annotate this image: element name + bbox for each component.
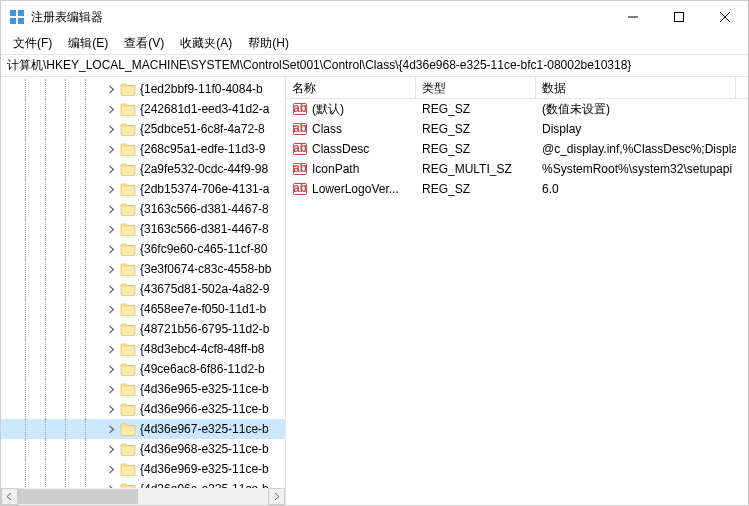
folder-icon: [120, 302, 136, 316]
tree-item-label: {4d36e967-e325-11ce-b: [140, 422, 269, 436]
value-name: (默认): [312, 101, 344, 118]
column-header-name[interactable]: 名称: [286, 77, 416, 98]
tree-item[interactable]: {48d3ebc4-4cf8-48ff-b8: [1, 339, 285, 359]
chevron-right-icon[interactable]: [104, 342, 118, 356]
chevron-right-icon[interactable]: [104, 462, 118, 476]
tree-item-label: {1ed2bbf9-11f0-4084-b: [140, 82, 263, 96]
chevron-right-icon[interactable]: [104, 382, 118, 396]
tree-item[interactable]: {4d36e969-e325-11ce-b: [1, 459, 285, 479]
folder-icon: [120, 442, 136, 456]
svg-rect-2: [10, 18, 16, 24]
folder-icon: [120, 242, 136, 256]
tree-item[interactable]: {48721b56-6795-11d2-b: [1, 319, 285, 339]
chevron-right-icon[interactable]: [104, 162, 118, 176]
chevron-right-icon[interactable]: [104, 422, 118, 436]
tree-item[interactable]: {3e3f0674-c83c-4558-bb: [1, 259, 285, 279]
folder-icon: [120, 462, 136, 476]
menu-favorites[interactable]: 收藏夹(A): [172, 33, 240, 54]
value-row[interactable]: abLowerLogoVer...REG_SZ6.0: [286, 179, 748, 199]
chevron-right-icon[interactable]: [104, 222, 118, 236]
tree-item[interactable]: {36fc9e60-c465-11cf-80: [1, 239, 285, 259]
tree-item[interactable]: {2db15374-706e-4131-a: [1, 179, 285, 199]
svg-rect-1: [18, 10, 24, 16]
tree-item[interactable]: {3163c566-d381-4467-8: [1, 219, 285, 239]
chevron-right-icon[interactable]: [104, 122, 118, 136]
chevron-right-icon[interactable]: [104, 102, 118, 116]
scroll-right-button[interactable]: [268, 488, 285, 505]
value-row[interactable]: ab(默认)REG_SZ(数值未设置): [286, 99, 748, 119]
tree-item-label: {4d36e966-e325-11ce-b: [140, 402, 269, 416]
folder-icon: [120, 322, 136, 336]
chevron-right-icon[interactable]: [104, 442, 118, 456]
chevron-right-icon[interactable]: [104, 242, 118, 256]
address-bar[interactable]: 计算机\HKEY_LOCAL_MACHINE\SYSTEM\ControlSet…: [1, 55, 748, 77]
value-row[interactable]: abClassREG_SZDisplay: [286, 119, 748, 139]
value-name-cell: abIconPath: [286, 161, 416, 177]
chevron-right-icon[interactable]: [104, 362, 118, 376]
value-data: %SystemRoot%\system32\setupapi: [536, 162, 736, 176]
string-value-icon: ab: [292, 161, 308, 177]
chevron-right-icon[interactable]: [104, 302, 118, 316]
chevron-right-icon[interactable]: [104, 182, 118, 196]
tree-item-label: {4658ee7e-f050-11d1-b: [140, 302, 266, 316]
registry-tree[interactable]: {1ed2bbf9-11f0-4084-b{242681d1-eed3-41d2…: [1, 77, 285, 488]
chevron-right-icon[interactable]: [104, 322, 118, 336]
tree-item[interactable]: {2a9fe532-0cdc-44f9-98: [1, 159, 285, 179]
chevron-right-icon[interactable]: [104, 262, 118, 276]
value-row[interactable]: abClassDescREG_SZ@c_display.inf,%ClassDe…: [286, 139, 748, 159]
folder-icon: [120, 102, 136, 116]
menu-help[interactable]: 帮助(H): [240, 33, 297, 54]
title-bar: 注册表编辑器: [1, 1, 748, 33]
value-name: Class: [312, 122, 342, 136]
scroll-thumb[interactable]: [18, 489, 138, 504]
value-row[interactable]: abIconPathREG_MULTI_SZ%SystemRoot%\syste…: [286, 159, 748, 179]
tree-item[interactable]: {4d36e968-e325-11ce-b: [1, 439, 285, 459]
tree-item[interactable]: {242681d1-eed3-41d2-a: [1, 99, 285, 119]
folder-icon: [120, 122, 136, 136]
chevron-right-icon[interactable]: [104, 282, 118, 296]
tree-item[interactable]: {4d36e966-e325-11ce-b: [1, 399, 285, 419]
tree-item-label: {3163c566-d381-4467-8: [140, 222, 269, 236]
svg-text:ab: ab: [293, 181, 307, 195]
svg-text:ab: ab: [293, 161, 307, 175]
chevron-right-icon[interactable]: [104, 402, 118, 416]
tree-item[interactable]: {4658ee7e-f050-11d1-b: [1, 299, 285, 319]
minimize-button[interactable]: [610, 1, 656, 33]
menu-file[interactable]: 文件(F): [5, 33, 60, 54]
scroll-track[interactable]: [18, 488, 268, 505]
values-panel: 名称 类型 数据 ab(默认)REG_SZ(数值未设置)abClassREG_S…: [286, 77, 748, 505]
tree-item-label: {3e3f0674-c83c-4558-bb: [140, 262, 271, 276]
close-button[interactable]: [702, 1, 748, 33]
chevron-right-icon[interactable]: [104, 142, 118, 156]
column-header-type[interactable]: 类型: [416, 77, 536, 98]
svg-rect-3: [18, 18, 24, 24]
folder-icon: [120, 342, 136, 356]
chevron-right-icon[interactable]: [104, 82, 118, 96]
column-header-data[interactable]: 数据: [536, 77, 736, 98]
menu-view[interactable]: 查看(V): [116, 33, 172, 54]
value-name-cell: ab(默认): [286, 101, 416, 118]
values-list[interactable]: ab(默认)REG_SZ(数值未设置)abClassREG_SZDisplaya…: [286, 99, 748, 505]
tree-item[interactable]: {25dbce51-6c8f-4a72-8: [1, 119, 285, 139]
folder-icon: [120, 282, 136, 296]
value-data: (数值未设置): [536, 101, 736, 118]
tree-item[interactable]: {4d36e96a-e325-11ce-b: [1, 479, 285, 488]
tree-item[interactable]: {3163c566-d381-4467-8: [1, 199, 285, 219]
tree-scrollbar[interactable]: [1, 488, 285, 505]
menu-edit[interactable]: 编辑(E): [60, 33, 116, 54]
tree-item[interactable]: {43675d81-502a-4a82-9: [1, 279, 285, 299]
value-name: ClassDesc: [312, 142, 369, 156]
tree-item[interactable]: {4d36e965-e325-11ce-b: [1, 379, 285, 399]
tree-item-label: {48721b56-6795-11d2-b: [140, 322, 269, 336]
svg-text:ab: ab: [293, 121, 307, 135]
scroll-left-button[interactable]: [1, 488, 18, 505]
tree-item[interactable]: {4d36e967-e325-11ce-b: [1, 419, 285, 439]
string-value-icon: ab: [292, 101, 308, 117]
tree-item[interactable]: {268c95a1-edfe-11d3-9: [1, 139, 285, 159]
folder-icon: [120, 382, 136, 396]
value-type: REG_SZ: [416, 182, 536, 196]
chevron-right-icon[interactable]: [104, 202, 118, 216]
tree-item[interactable]: {1ed2bbf9-11f0-4084-b: [1, 79, 285, 99]
maximize-button[interactable]: [656, 1, 702, 33]
tree-item[interactable]: {49ce6ac8-6f86-11d2-b: [1, 359, 285, 379]
